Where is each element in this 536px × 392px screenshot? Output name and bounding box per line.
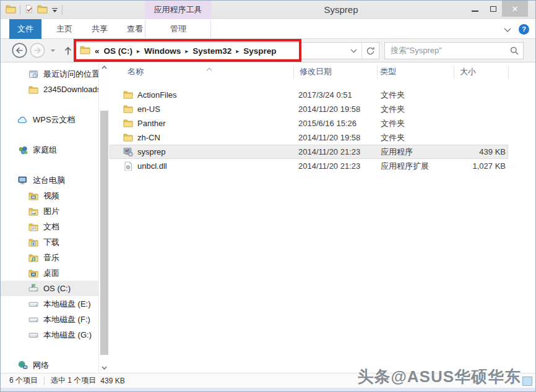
file-row[interactable]: ActionFiles2017/3/24 0:51文件夹 — [110, 88, 508, 102]
folder-icon — [123, 104, 133, 114]
close-button[interactable]: ✕ — [502, 1, 528, 17]
sidebar-item[interactable]: 音乐 — [1, 250, 98, 265]
column-divider[interactable] — [377, 66, 378, 79]
breadcrumb-segment[interactable]: OS (C:) — [104, 46, 133, 56]
file-row[interactable]: zh-CN2014/11/20 19:58文件夹 — [110, 130, 508, 145]
file-list: 名称 修改日期 类型 大小 ActionFiles2017/3/24 0:51文… — [110, 62, 535, 373]
file-name-cell[interactable]: ActionFiles — [110, 90, 293, 100]
file-row[interactable]: Panther2015/6/16 15:26文件夹 — [110, 116, 508, 130]
sidebar-item[interactable]: 2345Downloads — [1, 82, 98, 97]
ribbon-tab-row: 文件 主页 共享 查看 管理 ? — [1, 19, 535, 39]
new-folder-icon[interactable] — [37, 4, 48, 16]
back-button[interactable] — [11, 42, 28, 59]
file-date-cell: 2015/6/16 15:26 — [293, 119, 377, 128]
help-icon[interactable]: ? — [519, 24, 529, 35]
sidebar-item[interactable]: 这台电脑 — [1, 173, 98, 188]
file-name-cell[interactable]: unbcl.dll — [110, 161, 293, 171]
up-button[interactable] — [62, 45, 74, 57]
sidebar-item[interactable]: OS (C:) — [1, 281, 98, 296]
file-row[interactable]: sysprep2014/11/20 21:23应用程序439 KB — [110, 145, 508, 159]
qat-dropdown-icon[interactable] — [51, 4, 58, 15]
contextual-separator — [210, 20, 211, 38]
sidebar-item[interactable]: 图片 — [1, 203, 98, 219]
sidebar-item-label: 本地磁盘 (G:) — [43, 330, 92, 341]
column-header-size[interactable]: 大小 — [460, 62, 476, 81]
column-divider[interactable] — [508, 66, 509, 79]
sidebar-item-label: 音乐 — [43, 252, 59, 263]
file-row[interactable]: en-US2014/11/20 19:58文件夹 — [110, 102, 508, 116]
sidebar-item[interactable]: 家庭组 — [1, 142, 98, 158]
forward-button[interactable] — [29, 42, 46, 59]
column-header-name[interactable]: 名称 — [128, 62, 144, 81]
title-bar: 应用程序工具 Sysprep ✕ — [1, 1, 535, 19]
file-type-cell: 文件夹 — [377, 118, 454, 129]
file-name-cell[interactable]: zh-CN — [110, 133, 293, 142]
address-folder-icon — [80, 45, 90, 57]
sidebar-item-label: 最近访问的位置 — [43, 69, 98, 80]
maximize-icon — [490, 6, 496, 12]
breadcrumb-overflow[interactable]: « — [95, 46, 100, 56]
maximize-button[interactable] — [485, 1, 502, 17]
sidebar-item-label: 家庭组 — [33, 145, 57, 156]
contextual-tab-group: 应用程序工具 — [145, 1, 211, 19]
sidebar-item[interactable]: 桌面 — [1, 265, 98, 281]
column-header-type[interactable]: 类型 — [380, 62, 396, 81]
address-dropdown-icon[interactable] — [345, 43, 361, 59]
scroll-down-icon[interactable] — [99, 363, 110, 373]
folder-pictures-icon — [28, 207, 39, 216]
tab-home[interactable]: 主页 — [50, 19, 79, 39]
close-icon: ✕ — [512, 5, 519, 13]
sidebar-item[interactable]: 文档 — [1, 219, 98, 234]
column-divider[interactable] — [454, 66, 454, 79]
column-header-row: 名称 修改日期 类型 大小 — [110, 62, 535, 81]
sidebar-item[interactable]: 视频 — [1, 188, 98, 203]
breadcrumb[interactable]: « OS (C:) ▸ Windows ▸ System32 ▸ Sysprep — [76, 45, 345, 57]
drive-icon — [28, 330, 39, 340]
sidebar-item[interactable]: WPS云文档 — [1, 112, 98, 127]
column-divider[interactable] — [293, 66, 294, 79]
sidebar-item[interactable]: 本地磁盘 (E:) — [1, 296, 98, 312]
network-icon — [17, 360, 28, 370]
file-name-cell[interactable]: sysprep — [110, 147, 293, 156]
status-bar: 6 个项目 选中 1 个项目 439 KB — [1, 373, 535, 388]
breadcrumb-separator-icon: ▸ — [137, 47, 140, 54]
folder-icon — [123, 90, 133, 100]
sidebar-scrollbar[interactable] — [98, 62, 110, 373]
breadcrumb-segment[interactable]: Windows — [144, 46, 181, 56]
file-name: Panther — [137, 119, 166, 128]
file-row[interactable]: unbcl.dll2014/11/20 21:23应用程序扩展1,027 KB — [110, 159, 508, 173]
file-name: en-US — [137, 104, 160, 114]
scrollbar-thumb[interactable] — [100, 111, 108, 355]
sidebar-item-label: WPS云文档 — [33, 114, 76, 126]
search-input[interactable]: 搜索"Sysprep" — [385, 45, 506, 56]
breadcrumb-segment[interactable]: Sysprep — [243, 46, 276, 56]
refresh-icon[interactable] — [362, 43, 379, 59]
sidebar-item[interactable]: 下载 — [1, 234, 98, 250]
tab-file[interactable]: 文件 — [9, 19, 41, 39]
tab-manage[interactable]: 管理 — [160, 19, 196, 39]
file-name: ActionFiles — [137, 90, 177, 100]
sidebar-item-label: 本地磁盘 (E:) — [43, 299, 91, 310]
properties-icon[interactable] — [24, 4, 33, 16]
file-name: sysprep — [137, 147, 166, 156]
file-name-cell[interactable]: en-US — [110, 104, 293, 114]
breadcrumb-segment[interactable]: System32 — [192, 46, 231, 56]
drive-icon — [28, 315, 39, 325]
tab-share[interactable]: 共享 — [85, 19, 114, 39]
sidebar-item[interactable]: 本地磁盘 (F:) — [1, 312, 98, 327]
search-icon[interactable] — [506, 46, 523, 55]
sidebar-item[interactable]: 最近访问的位置 — [1, 66, 98, 82]
history-dropdown-icon[interactable] — [48, 46, 57, 55]
file-rows: ActionFiles2017/3/24 0:51文件夹en-US2014/11… — [110, 88, 508, 173]
sidebar-item[interactable]: 本地磁盘 (G:) — [1, 327, 98, 343]
search-box[interactable]: 搜索"Sysprep" — [384, 42, 524, 59]
column-header-date[interactable]: 修改日期 — [300, 62, 332, 81]
folder-downloads-icon — [28, 237, 39, 247]
file-name-cell[interactable]: Panther — [110, 119, 293, 128]
address-bar[interactable]: « OS (C:) ▸ Windows ▸ System32 ▸ Sysprep — [75, 42, 379, 59]
scroll-up-icon[interactable] — [99, 62, 110, 72]
minimize-button[interactable] — [466, 1, 483, 17]
sidebar-item[interactable]: 网络 — [1, 357, 98, 373]
ribbon-collapse-icon[interactable] — [504, 23, 511, 35]
dll-icon — [123, 161, 133, 171]
